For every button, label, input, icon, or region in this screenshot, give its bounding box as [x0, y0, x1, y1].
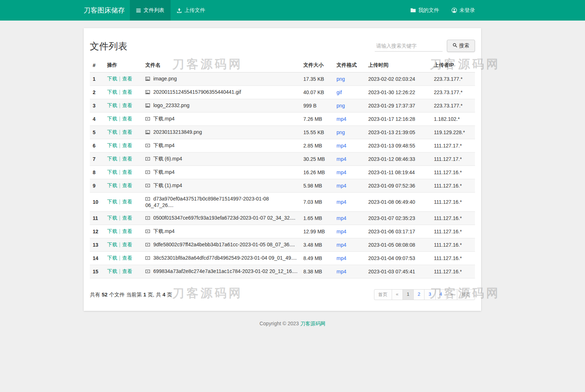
view-link[interactable]: 查看	[122, 199, 132, 204]
action-separator: |	[119, 142, 120, 148]
view-link[interactable]: 查看	[122, 142, 132, 148]
row-index: 1	[90, 72, 104, 86]
file-name: 20200115124554157906355440441.gif	[153, 89, 241, 95]
pagination-item[interactable]: 尾页	[457, 289, 475, 300]
download-link[interactable]: 下载	[107, 116, 117, 122]
pagination-item[interactable]: 2	[413, 289, 425, 300]
row-index: 10	[90, 193, 104, 212]
header-index: #	[90, 58, 104, 72]
nav-item-login-status[interactable]: 未登录	[445, 0, 481, 21]
download-link[interactable]: 下载	[107, 242, 117, 247]
file-format-link[interactable]: mp4	[337, 156, 346, 162]
download-link[interactable]: 下载	[107, 129, 117, 135]
video-file-icon	[145, 197, 150, 202]
pagination-item[interactable]: 3	[424, 289, 435, 300]
file-name: 38c52301bf8a28a64dfcd77db4962549-2023-01…	[153, 255, 297, 261]
table-row: 1 下载|查看 image.png 17.35 KB png 2023-02-0…	[90, 72, 475, 86]
download-link[interactable]: 下载	[107, 199, 117, 204]
pagination-item[interactable]: 1	[403, 289, 414, 300]
search-input[interactable]	[375, 40, 443, 52]
row-index: 2	[90, 86, 104, 99]
file-format-link[interactable]: mp4	[337, 269, 346, 274]
table-row: 5 下载|查看 20230113213849.png 15.55 KB png …	[90, 126, 475, 139]
pagination-item[interactable]: 首页	[374, 289, 392, 300]
file-format-link[interactable]: png	[337, 76, 345, 82]
download-link[interactable]: 下载	[107, 215, 117, 221]
search-button[interactable]: 搜索	[447, 40, 475, 52]
download-link[interactable]: 下载	[107, 268, 117, 274]
brand[interactable]: 刀客图床储存	[84, 0, 130, 21]
download-link[interactable]: 下载	[107, 76, 117, 82]
download-link[interactable]: 下载	[107, 142, 117, 148]
pagination-item[interactable]: »	[446, 289, 457, 300]
view-link[interactable]: 查看	[122, 215, 132, 221]
view-link[interactable]: 查看	[122, 129, 132, 135]
file-format-link[interactable]: png	[337, 129, 345, 135]
file-format-link[interactable]: mp4	[337, 199, 346, 205]
video-file-icon	[145, 170, 150, 176]
table-row: 15 下载|查看 699834a73af2e8c274e7a3e11ac1c78…	[90, 265, 475, 278]
view-link[interactable]: 查看	[122, 116, 132, 122]
pagination-item[interactable]: «	[392, 289, 403, 300]
file-format-link[interactable]: mp4	[337, 215, 346, 221]
file-format-link[interactable]: mp4	[337, 242, 346, 248]
upload-time: 2023-01-30 12:26:22	[365, 86, 431, 99]
nav-item-my-files[interactable]: 我的文件	[404, 0, 445, 21]
nav-item-label: 上传文件	[184, 7, 205, 14]
view-link[interactable]: 查看	[122, 268, 132, 274]
view-link[interactable]: 查看	[122, 76, 132, 82]
download-link[interactable]: 下载	[107, 89, 117, 95]
row-index: 14	[90, 252, 104, 265]
file-name: 20230113213849.png	[153, 129, 202, 135]
file-format-link[interactable]: mp4	[337, 255, 346, 261]
view-link[interactable]: 查看	[122, 255, 132, 261]
uploader-ip: 111.127.16.*	[431, 179, 475, 193]
file-format-link[interactable]: mp4	[337, 183, 346, 189]
file-size: 2.85 MB	[300, 139, 334, 153]
header-actions: 操作	[104, 58, 142, 72]
image-file-icon	[145, 76, 150, 82]
download-link[interactable]: 下载	[107, 182, 117, 188]
file-size: 16.26 MB	[300, 166, 334, 179]
file-list-card: 文件列表 搜索 # 操作 文件名 文件大小 文件格式 上传时间 上传者IP	[84, 28, 481, 311]
action-separator: |	[119, 215, 120, 221]
download-link[interactable]: 下载	[107, 102, 117, 108]
view-link[interactable]: 查看	[122, 228, 132, 234]
view-link[interactable]: 查看	[122, 242, 132, 247]
file-size: 17.35 KB	[300, 72, 334, 86]
nav-item-file-list[interactable]: 文件列表	[130, 0, 171, 21]
file-format-link[interactable]: gif	[337, 89, 342, 95]
view-link[interactable]: 查看	[122, 169, 132, 175]
file-count-summary: 共有 52 个文件 当前第 1 页, 共 4 页	[90, 291, 172, 298]
file-name: 0500f015347ce697fc93a193efa6723d-2023-01…	[153, 215, 295, 221]
download-link[interactable]: 下载	[107, 169, 117, 175]
view-link[interactable]: 查看	[122, 89, 132, 95]
table-row: 14 下载|查看 38c52301bf8a28a64dfcd77db496254…	[90, 252, 475, 265]
download-link[interactable]: 下载	[107, 156, 117, 162]
upload-time: 2023-01-11 08:19:44	[365, 166, 431, 179]
file-format-link[interactable]: png	[337, 103, 345, 109]
header-filesize: 文件大小	[300, 58, 334, 72]
nav-item-upload[interactable]: 上传文件	[171, 0, 211, 21]
uploader-ip: 111.127.16.*	[431, 166, 475, 179]
file-format-link[interactable]: mp4	[337, 229, 346, 234]
row-index: 6	[90, 139, 104, 153]
file-name: 下载 (6).mp4	[153, 156, 182, 162]
nav-item-label: 我的文件	[418, 7, 439, 14]
file-format-link[interactable]: mp4	[337, 143, 346, 149]
table-row: 11 下载|查看 0500f015347ce697fc93a193efa6723…	[90, 212, 475, 225]
header-upload-time: 上传时间	[365, 58, 431, 72]
row-index: 9	[90, 179, 104, 193]
file-format-link[interactable]: mp4	[337, 169, 346, 175]
copyright-link[interactable]: 刀客源码网	[300, 321, 326, 326]
pagination-item[interactable]: 4	[435, 289, 447, 300]
row-index: 8	[90, 166, 104, 179]
view-link[interactable]: 查看	[122, 182, 132, 188]
file-size: 3.48 MB	[300, 238, 334, 252]
file-format-link[interactable]: mp4	[337, 116, 346, 122]
view-link[interactable]: 查看	[122, 102, 132, 108]
download-link[interactable]: 下载	[107, 228, 117, 234]
download-link[interactable]: 下载	[107, 255, 117, 261]
view-link[interactable]: 查看	[122, 156, 132, 162]
file-size: 5.98 MB	[300, 179, 334, 193]
